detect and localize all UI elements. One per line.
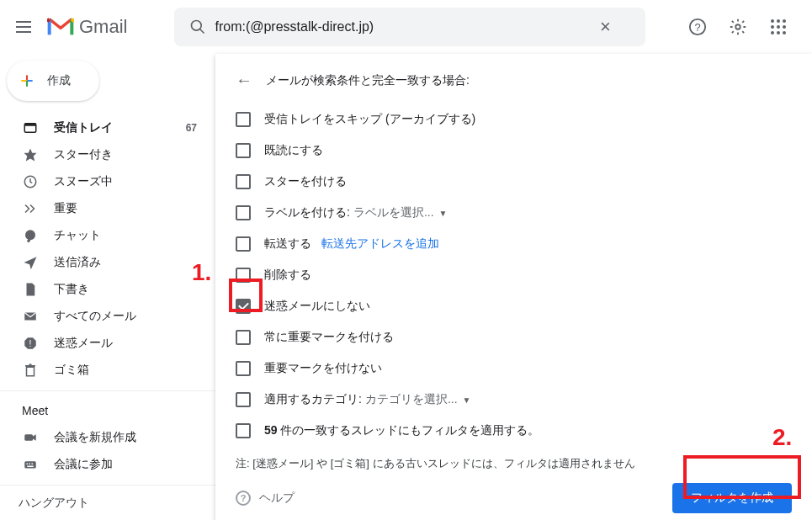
nav-chat[interactable]: チャット: [0, 222, 215, 249]
file-icon: [22, 282, 39, 297]
gmail-icon: [47, 17, 74, 37]
main-menu-button[interactable]: [13, 17, 34, 37]
search-bar: ×: [174, 8, 645, 46]
add-forward-address[interactable]: 転送先アドレスを追加: [321, 236, 439, 252]
filter-mark-read[interactable]: 既読にする: [236, 135, 792, 166]
svg-rect-17: [24, 434, 33, 441]
checkbox[interactable]: [236, 236, 251, 252]
dropdown-icon[interactable]: ▼: [463, 395, 471, 405]
checkbox[interactable]: [236, 112, 251, 127]
checkbox[interactable]: [236, 330, 251, 345]
nav-allmail[interactable]: すべてのメール: [0, 303, 215, 330]
svg-point-13: [25, 230, 35, 240]
star-icon: [22, 147, 39, 162]
sidebar: 作成 受信トレイ 67 スター付き スヌーズ中 重要 チャット: [0, 54, 215, 520]
compose-label: 作成: [47, 73, 71, 88]
svg-rect-20: [29, 464, 31, 465]
nav-spam[interactable]: ! 迷惑メール: [0, 330, 215, 357]
mail-icon: [22, 309, 39, 324]
checkbox[interactable]: [236, 205, 251, 220]
checkbox[interactable]: [236, 174, 251, 189]
filter-note: 注: [迷惑メール] や [ゴミ箱] にある古いスレッドには、フィルタは適用され…: [236, 456, 792, 471]
apps-icon[interactable]: [762, 10, 795, 44]
keyboard-icon: [22, 457, 39, 472]
nav-inbox[interactable]: 受信トレイ 67: [0, 114, 215, 141]
back-arrow-icon[interactable]: ←: [236, 71, 256, 90]
checkbox-checked[interactable]: [236, 299, 251, 314]
svg-rect-18: [24, 461, 36, 468]
gear-icon[interactable]: [721, 10, 755, 44]
filter-never-important[interactable]: 重要マークを付けない: [236, 353, 792, 384]
category-select[interactable]: カテゴリを選択...: [365, 392, 458, 406]
nav-snoozed[interactable]: スヌーズ中: [0, 168, 215, 195]
chat-icon: [22, 228, 39, 243]
checkbox[interactable]: [236, 361, 251, 376]
svg-point-0: [192, 21, 202, 31]
camera-icon: [22, 430, 39, 445]
trash-icon: [22, 363, 39, 378]
filter-always-important[interactable]: 常に重要マークを付ける: [236, 321, 792, 353]
svg-rect-10: [24, 124, 36, 126]
inbox-count: 67: [186, 122, 197, 134]
filter-title: メールが検索条件と完全一致する場合:: [266, 73, 470, 88]
filter-panel: ← メールが検索条件と完全一致する場合: 受信トレイをスキップ (アーカイブする…: [215, 54, 812, 520]
spam-icon: !: [22, 336, 39, 351]
label-select[interactable]: ラベルを選択...: [353, 205, 434, 219]
filter-also-apply[interactable]: 59 件の一致するスレッドにもフィルタを適用する。: [236, 415, 792, 446]
nav-sent[interactable]: 送信済み: [0, 249, 215, 276]
filter-category[interactable]: 適用するカテゴリ:カテゴリを選択...▼: [236, 384, 792, 415]
nav-starred[interactable]: スター付き: [0, 141, 215, 168]
gmail-text: Gmail: [79, 16, 127, 38]
svg-rect-19: [27, 464, 29, 465]
nav-drafts[interactable]: 下書き: [0, 276, 215, 303]
checkbox[interactable]: [236, 143, 251, 158]
checkbox[interactable]: [236, 392, 251, 407]
svg-text:?: ?: [694, 21, 700, 34]
checkbox[interactable]: [236, 423, 251, 438]
plus-icon: [19, 72, 35, 89]
clear-search-icon[interactable]: ×: [588, 16, 622, 38]
filter-delete[interactable]: 削除する: [236, 259, 792, 290]
create-filter-button[interactable]: フィルタを作成: [672, 483, 792, 513]
meet-join[interactable]: 会議に参加: [0, 451, 215, 478]
svg-marker-11: [24, 149, 37, 162]
chevrons-icon: [22, 201, 39, 216]
nav-important[interactable]: 重要: [0, 195, 215, 222]
filter-star[interactable]: スターを付ける: [236, 166, 792, 197]
meet-new[interactable]: 会議を新規作成: [0, 424, 215, 451]
support-icon[interactable]: ?: [681, 10, 714, 44]
help-link[interactable]: ? ヘルプ: [236, 491, 295, 506]
nav-trash[interactable]: ゴミ箱: [0, 357, 215, 384]
meet-heading: Meet: [0, 397, 215, 424]
search-input[interactable]: [215, 19, 588, 34]
clock-icon: [22, 174, 39, 189]
nav-list: 受信トレイ 67 スター付き スヌーズ中 重要 チャット 送信済み: [0, 114, 215, 384]
filter-never-spam[interactable]: 迷惑メールにしない: [236, 290, 792, 321]
search-icon[interactable]: [181, 19, 215, 35]
filter-forward[interactable]: 転送する 転送先アドレスを追加: [236, 228, 792, 259]
help-icon: ?: [236, 491, 251, 506]
svg-point-4: [735, 24, 740, 29]
dropdown-icon[interactable]: ▼: [439, 209, 448, 218]
filter-label[interactable]: ラベルを付ける:ラベルを選択...▼: [236, 197, 792, 228]
hangout-heading: ハングアウト: [0, 485, 215, 517]
checkbox[interactable]: [236, 268, 251, 283]
content-area: ← メールが検索条件と完全一致する場合: 受信トレイをスキップ (アーカイブする…: [215, 54, 812, 520]
compose-button[interactable]: 作成: [7, 61, 99, 101]
svg-rect-22: [27, 466, 34, 468]
inbox-icon: [22, 120, 39, 135]
gmail-logo[interactable]: Gmail: [47, 16, 127, 38]
svg-text:!: !: [29, 338, 32, 348]
svg-rect-21: [32, 464, 34, 465]
filter-skip-inbox[interactable]: 受信トレイをスキップ (アーカイブする): [236, 103, 792, 135]
svg-line-1: [200, 29, 204, 34]
send-icon: [22, 255, 39, 270]
header: Gmail × ?: [0, 0, 812, 54]
